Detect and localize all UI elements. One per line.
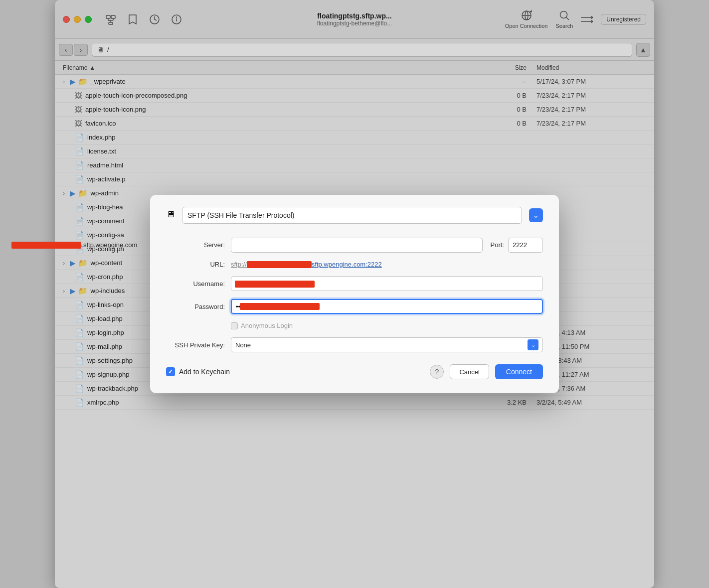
protocol-label: SFTP (SSH File Transfer Protocol) bbox=[187, 211, 294, 219]
keychain-label[interactable]: ✓ Add to Keychain bbox=[166, 367, 230, 376]
password-label: Password: bbox=[166, 303, 231, 310]
anonymous-row: Anonymous Login bbox=[166, 322, 543, 329]
url-label: URL: bbox=[166, 261, 231, 268]
ssh-key-label: SSH Private Key: bbox=[166, 341, 231, 349]
cancel-button[interactable]: Cancel bbox=[450, 364, 489, 379]
port-input[interactable] bbox=[508, 238, 543, 253]
ssh-key-select[interactable]: None ⌄ bbox=[231, 337, 543, 352]
anonymous-checkbox[interactable] bbox=[231, 322, 238, 329]
anonymous-login-label[interactable]: Anonymous Login bbox=[231, 322, 293, 329]
server-input[interactable] bbox=[231, 238, 483, 253]
url-host[interactable]: sftp.wpengine.com:2222 bbox=[312, 261, 382, 268]
connection-dialog: 🖥 SFTP (SSH File Transfer Protocol) ⌄ Se… bbox=[150, 195, 559, 394]
footer-buttons: ? Cancel Connect bbox=[430, 364, 543, 379]
ssh-key-chevron-icon[interactable]: ⌄ bbox=[528, 339, 538, 350]
dialog-footer: ✓ Add to Keychain ? Cancel Connect bbox=[166, 364, 543, 379]
port-label: Port: bbox=[491, 241, 508, 249]
protocol-select[interactable]: SFTP (SSH File Transfer Protocol) bbox=[182, 207, 522, 224]
url-row: URL: sftp://sftp.wpengine.com:2222 bbox=[166, 261, 543, 269]
password-input-wrapper bbox=[231, 299, 543, 314]
ssh-key-row: SSH Private Key: None ⌄ bbox=[166, 337, 543, 352]
server-port-row: Server: sftp.wpengine.com Port: bbox=[166, 238, 543, 253]
username-row: Username: bbox=[166, 276, 543, 291]
keychain-checkbox[interactable]: ✓ bbox=[166, 367, 175, 376]
sftp-icon: 🖥 bbox=[166, 209, 178, 221]
username-label: Username: bbox=[166, 280, 231, 288]
password-input[interactable] bbox=[236, 303, 538, 310]
ssh-key-value: None bbox=[235, 341, 251, 349]
protocol-chevron-icon[interactable]: ⌄ bbox=[529, 208, 543, 222]
protocol-row: 🖥 SFTP (SSH File Transfer Protocol) ⌄ bbox=[166, 207, 543, 224]
url-value[interactable]: sftp://sftp.wpengine.com:2222 bbox=[231, 261, 382, 269]
connect-button[interactable]: Connect bbox=[495, 364, 543, 379]
help-button[interactable]: ? bbox=[430, 365, 444, 379]
server-label: Server: bbox=[166, 241, 231, 249]
password-row: Password: bbox=[166, 299, 543, 314]
username-input[interactable] bbox=[231, 276, 543, 291]
modal-backdrop: 🖥 SFTP (SSH File Transfer Protocol) ⌄ Se… bbox=[0, 0, 709, 588]
